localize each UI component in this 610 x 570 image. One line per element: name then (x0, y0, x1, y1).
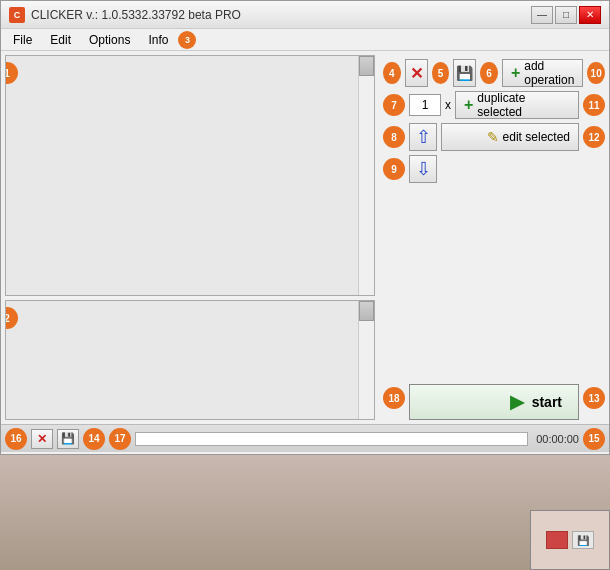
preview-area: 💾 (0, 455, 610, 570)
progress-bar (135, 432, 528, 446)
window-title: CLICKER v.: 1.0.5332.33792 beta PRO (31, 8, 241, 22)
badge-9: 9 (383, 158, 405, 180)
window-controls: — □ ✕ (531, 6, 601, 24)
arrow-down-icon: ⇩ (416, 158, 431, 180)
badge-12: 12 (583, 126, 605, 148)
maximize-button[interactable]: □ (555, 6, 577, 24)
toolbar-row-2: 7 x + duplicate selected 11 (383, 91, 605, 119)
arrow-up-icon: ⇧ (416, 126, 431, 148)
repeat-x-label: x (445, 98, 451, 112)
toolbar-row-4: 9 ⇩ (383, 155, 605, 183)
list2-scrollbar-thumb[interactable] (359, 301, 374, 321)
x-icon-status: ✕ (37, 432, 47, 446)
toolbar-row-1: 4 ✕ 5 💾 6 + add operation 10 (383, 59, 605, 87)
list1-scrollbar-thumb[interactable] (359, 56, 374, 76)
preview-icon-blue: 💾 (572, 531, 594, 549)
delete-status-button[interactable]: ✕ (31, 429, 53, 449)
badge-7: 7 (383, 94, 405, 116)
close-button[interactable]: ✕ (579, 6, 601, 24)
title-bar: C CLICKER v.: 1.0.5332.33792 beta PRO — … (1, 1, 609, 29)
badge-17: 17 (109, 428, 131, 450)
duplicate-selected-button[interactable]: + duplicate selected (455, 91, 579, 119)
badge-10: 10 (587, 62, 605, 84)
badge-15: 15 (583, 428, 605, 450)
toolbar-row-3: 8 ⇧ ✎ edit selected 12 (383, 123, 605, 151)
menu-edit[interactable]: Edit (42, 31, 79, 49)
badge-1: 1 (5, 62, 18, 84)
edit-label: edit selected (503, 130, 570, 144)
save-button-top[interactable]: 💾 (453, 59, 476, 87)
badge-5: 5 (432, 62, 450, 84)
minimize-button[interactable]: — (531, 6, 553, 24)
badge-2: 2 (5, 307, 18, 329)
delete-button[interactable]: ✕ (405, 59, 428, 87)
status-time: 00:00:00 (536, 433, 579, 445)
menu-bar: File Edit Options Info 3 (1, 29, 609, 51)
badge-3: 3 (178, 31, 196, 49)
right-panel: 4 ✕ 5 💾 6 + add operation 10 (379, 51, 609, 424)
menu-file[interactable]: File (5, 31, 40, 49)
move-up-button[interactable]: ⇧ (409, 123, 437, 151)
start-label: start (532, 394, 562, 410)
left-panel: 1 2 (1, 51, 379, 424)
menu-options[interactable]: Options (81, 31, 138, 49)
save-icon-top: 💾 (456, 65, 473, 81)
plus-icon: + (511, 64, 520, 82)
title-bar-left: C CLICKER v.: 1.0.5332.33792 beta PRO (9, 7, 241, 23)
badge-4: 4 (383, 62, 401, 84)
save-icon-status: 💾 (61, 432, 75, 445)
list-box-2[interactable]: 2 (5, 300, 375, 420)
list1-scrollbar[interactable] (358, 56, 374, 295)
x-icon: ✕ (410, 64, 423, 83)
badge-13: 13 (583, 387, 605, 409)
menu-info[interactable]: Info (140, 31, 176, 49)
badge-6: 6 (480, 62, 498, 84)
badge-8: 8 (383, 126, 405, 148)
pencil-icon: ✎ (487, 129, 499, 145)
badge-14: 14 (83, 428, 105, 450)
move-down-button[interactable]: ⇩ (409, 155, 437, 183)
spacer (383, 187, 605, 372)
list2-scrollbar[interactable] (358, 301, 374, 419)
list-box-1[interactable]: 1 (5, 55, 375, 296)
add-operation-label: add operation (524, 59, 574, 87)
duplicate-plus-icon: + (464, 96, 473, 114)
duplicate-label: duplicate selected (477, 91, 570, 119)
edit-selected-button[interactable]: ✎ edit selected (441, 123, 579, 151)
main-window: C CLICKER v.: 1.0.5332.33792 beta PRO — … (0, 0, 610, 455)
save-status-button[interactable]: 💾 (57, 429, 79, 449)
add-operation-button[interactable]: + add operation (502, 59, 583, 87)
preview-icon-red (546, 531, 568, 549)
status-bar: 16 ✕ 💾 14 17 00:00:00 15 (1, 424, 609, 452)
main-area: 1 2 4 ✕ 5 💾 (1, 51, 609, 424)
badge-11: 11 (583, 94, 605, 116)
repeat-count-input[interactable] (409, 94, 441, 116)
badge-18: 18 (383, 387, 405, 409)
play-icon: ▶ (510, 391, 524, 413)
start-button[interactable]: ▶ start (409, 384, 579, 420)
start-row: 18 ▶ start 13 (383, 376, 605, 420)
badge-16: 16 (5, 428, 27, 450)
preview-inner: 💾 (530, 510, 610, 570)
app-icon: C (9, 7, 25, 23)
